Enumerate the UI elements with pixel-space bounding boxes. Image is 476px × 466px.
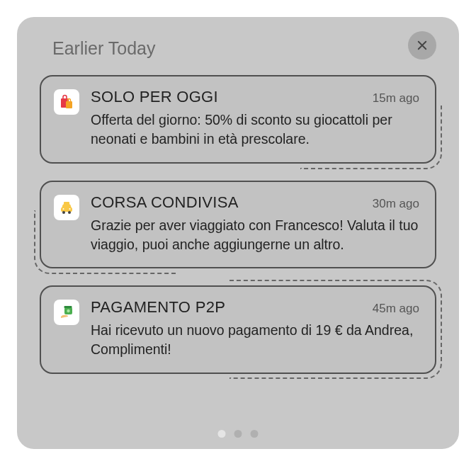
app-icon-box: [54, 300, 79, 325]
taxi-icon: [58, 199, 75, 216]
notification-list: SOLO PER OGGI 15m ago Offerta del giorno…: [40, 75, 436, 374]
notification-message: Grazie per aver viaggiato con Francesco!…: [91, 216, 419, 255]
page-dot-active[interactable]: [218, 430, 226, 438]
notification-time: 30m ago: [373, 197, 419, 211]
svg-point-9: [67, 309, 69, 312]
notification-body: PAGAMENTO P2P 45m ago Hai ricevuto un nu…: [91, 298, 419, 360]
notification-time: 15m ago: [373, 91, 419, 106]
notification-title: CORSA CONDIVISA: [91, 193, 239, 212]
notification-message: Offerta del giorno: 50% di sconto su gio…: [91, 110, 419, 149]
notification-title: SOLO PER OGGI: [91, 88, 218, 106]
page-indicator: [218, 430, 259, 438]
close-icon: [416, 39, 429, 52]
svg-point-4: [62, 211, 65, 214]
app-icon-box: [54, 89, 79, 115]
svg-point-6: [63, 208, 64, 210]
notification-time: 45m ago: [373, 302, 419, 316]
page-dot[interactable]: [234, 430, 242, 438]
payment-icon: [58, 304, 75, 321]
notification-panel: Earlier Today SOLO PER OGGI: [17, 17, 459, 449]
svg-rect-1: [66, 101, 72, 108]
panel-title: Earlier Today: [40, 38, 155, 59]
notification-card[interactable]: PAGAMENTO P2P 45m ago Hai ricevuto un nu…: [40, 285, 436, 374]
page-dot[interactable]: [251, 430, 259, 438]
shopping-bag-icon: [58, 93, 75, 110]
svg-point-5: [68, 211, 71, 214]
close-button[interactable]: [408, 31, 436, 59]
notification-title: PAGAMENTO P2P: [91, 298, 225, 317]
panel-header: Earlier Today: [40, 37, 436, 59]
notification-card[interactable]: CORSA CONDIVISA 30m ago Grazie per aver …: [40, 181, 436, 269]
svg-rect-3: [61, 208, 72, 212]
notification-message: Hai ricevuto un nuovo pagamento di 19 € …: [91, 321, 419, 360]
notification-body: SOLO PER OGGI 15m ago Offerta del giorno…: [91, 88, 419, 149]
app-icon-box: [54, 195, 79, 220]
notification-body: CORSA CONDIVISA 30m ago Grazie per aver …: [91, 193, 419, 255]
svg-rect-10: [64, 306, 72, 308]
svg-point-7: [69, 208, 71, 210]
notification-card[interactable]: SOLO PER OGGI 15m ago Offerta del giorno…: [40, 75, 436, 164]
